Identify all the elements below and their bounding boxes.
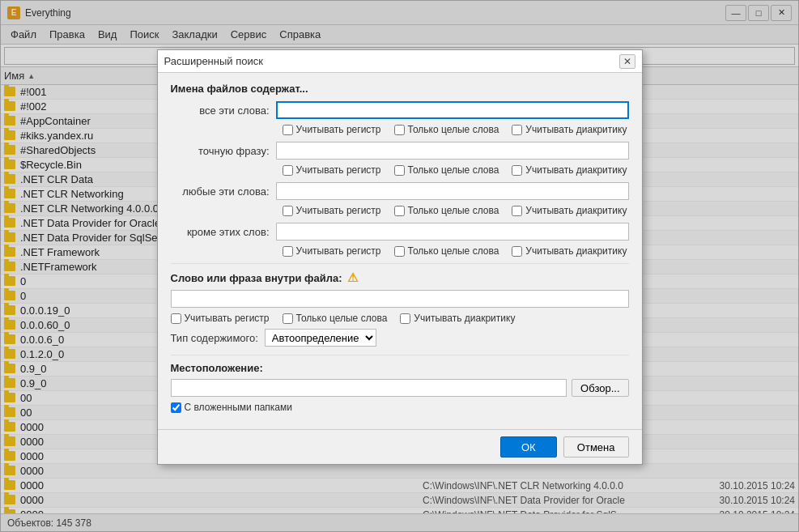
content-diacritic-check[interactable] — [400, 313, 410, 324]
subfolder-label[interactable]: С вложенными папками — [185, 402, 292, 413]
subfolder-row: С вложенными папками — [171, 402, 629, 413]
dialog-close-button[interactable]: ✕ — [619, 54, 635, 69]
content-input[interactable] — [171, 290, 629, 308]
all-words-label: все эти слова: — [171, 104, 276, 117]
cancel-button[interactable]: Отмена — [563, 436, 629, 458]
type-label: Тип содержимого: — [171, 332, 258, 344]
content-case-checkbox[interactable]: Учитывать регистр — [171, 313, 270, 324]
content-whole-checkbox[interactable]: Только целые слова — [283, 313, 388, 324]
advanced-search-dialog: Расширенный поиск ✕ Имена файлов содержа… — [157, 49, 643, 465]
browse-button[interactable]: Обзор... — [572, 379, 628, 397]
any-diacritic-checkbox[interactable]: Учитывать диакритику — [512, 205, 627, 216]
exact-phrase-input[interactable] — [276, 142, 629, 160]
subfolder-checkbox[interactable] — [171, 402, 181, 413]
content-whole-check[interactable] — [283, 313, 293, 324]
main-window: E Everything — □ ✕ Файл Правка Вид Поиск… — [0, 0, 799, 532]
all-words-checkboxes: Учитывать регистр Только целые слова Учи… — [283, 124, 629, 135]
except-diacritic-check[interactable] — [512, 246, 522, 257]
ok-button[interactable]: ОК — [500, 436, 557, 458]
dialog-body: Имена файлов содержат... все эти слова: … — [158, 73, 642, 429]
all-words-whole-check[interactable] — [394, 125, 405, 135]
type-row: Тип содержимого: Автоопределение — [171, 329, 629, 347]
dialog-overlay: Расширенный поиск ✕ Имена файлов содержа… — [1, 1, 798, 531]
except-case-checkbox[interactable]: Учитывать регистр — [283, 245, 381, 257]
except-words-row: кроме этих слов: — [171, 223, 629, 240]
any-whole-checkbox[interactable]: Только целые слова — [394, 205, 499, 216]
any-case-checkbox[interactable]: Учитывать регистр — [283, 205, 381, 216]
except-whole-check[interactable] — [394, 246, 405, 257]
all-words-case-check[interactable] — [283, 125, 293, 135]
except-words-label: кроме этих слов: — [171, 226, 276, 238]
dialog-title-bar: Расширенный поиск ✕ — [158, 50, 642, 73]
dialog-footer: ОК Отмена — [158, 429, 642, 464]
any-whole-check[interactable] — [394, 206, 405, 216]
exact-diacritic-check[interactable] — [512, 165, 522, 176]
type-select[interactable]: Автоопределение — [265, 329, 376, 347]
location-input[interactable] — [171, 379, 567, 397]
exact-diacritic-checkbox[interactable]: Учитывать диакритику — [512, 164, 627, 176]
except-words-checkboxes: Учитывать регистр Только целые слова Учи… — [283, 245, 629, 257]
any-case-check[interactable] — [283, 206, 293, 216]
dialog-title: Расширенный поиск — [164, 55, 619, 67]
exact-case-check[interactable] — [283, 165, 293, 176]
warning-icon: ⚠ — [347, 270, 358, 285]
except-words-input[interactable] — [276, 223, 629, 240]
exact-whole-check[interactable] — [394, 165, 405, 176]
any-words-checkboxes: Учитывать регистр Только целые слова Учи… — [283, 205, 629, 216]
except-whole-checkbox[interactable]: Только целые слова — [394, 245, 499, 257]
exact-whole-checkbox[interactable]: Только целые слова — [394, 164, 499, 176]
exact-phrase-row: точную фразу: — [171, 142, 629, 160]
content-checkboxes: Учитывать регистр Только целые слова Учи… — [171, 313, 629, 324]
all-words-case-checkbox[interactable]: Учитывать регистр — [283, 124, 381, 135]
exact-phrase-checkboxes: Учитывать регистр Только целые слова Учи… — [283, 164, 629, 176]
all-words-diacritic-checkbox[interactable]: Учитывать диакритику — [512, 124, 627, 135]
location-title: Местоположение: — [171, 362, 629, 374]
any-diacritic-check[interactable] — [512, 206, 522, 216]
dialog-section-title: Имена файлов содержат... — [171, 83, 629, 95]
content-case-check[interactable] — [171, 313, 181, 324]
divider — [171, 263, 629, 264]
exact-phrase-label: точную фразу: — [171, 145, 276, 157]
any-words-row: любые эти слова: — [171, 182, 629, 200]
content-section-title: Слово или фраза внутри файла: ⚠ — [171, 270, 629, 285]
all-words-diacritic-check[interactable] — [512, 125, 522, 135]
location-row: Обзор... — [171, 379, 629, 397]
content-diacritic-checkbox[interactable]: Учитывать диакритику — [400, 313, 515, 324]
any-words-label: любые эти слова: — [171, 185, 276, 198]
all-words-input[interactable] — [276, 101, 629, 119]
except-case-check[interactable] — [283, 246, 293, 257]
all-words-whole-checkbox[interactable]: Только целые слова — [394, 124, 499, 135]
any-words-input[interactable] — [276, 182, 629, 200]
all-words-row: все эти слова: — [171, 101, 629, 119]
divider2 — [171, 355, 629, 355]
exact-case-checkbox[interactable]: Учитывать регистр — [283, 164, 381, 176]
except-diacritic-checkbox[interactable]: Учитывать диакритику — [512, 245, 627, 257]
